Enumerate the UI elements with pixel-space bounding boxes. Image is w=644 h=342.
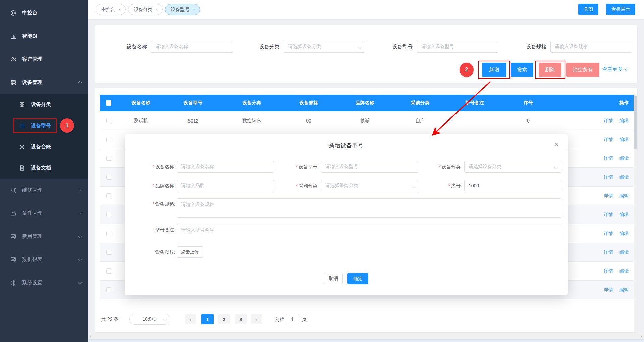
select-all-checkbox[interactable] (106, 100, 111, 106)
page-button-3[interactable]: 3 (235, 314, 247, 324)
device-name-input[interactable]: 请输入设备名称 (151, 41, 233, 53)
sidebar-item-10[interactable]: 费用管理 (0, 225, 88, 248)
detail-link[interactable]: 详情 (604, 118, 613, 124)
detail-link[interactable]: 详情 (604, 193, 613, 199)
sidebar-item-2[interactable]: 客户管理 (0, 48, 88, 71)
detail-link[interactable]: 详情 (604, 268, 613, 274)
edit-link[interactable]: 编辑 (619, 155, 629, 161)
sidebar-item-6[interactable]: 设备台账 (0, 136, 88, 157)
confirm-button[interactable]: 确定 (347, 273, 368, 284)
sidebar-item-label: 客户管理 (22, 56, 42, 62)
row-checkbox[interactable] (106, 287, 111, 292)
edit-link[interactable]: 编辑 (619, 174, 629, 180)
row-checkbox-cell (100, 149, 117, 167)
next-page-button[interactable]: › (251, 314, 262, 324)
detail-link[interactable]: 详情 (604, 249, 613, 255)
delete-button[interactable]: 删除 (539, 63, 561, 77)
device-model-input[interactable]: 请输入设备型号 (417, 41, 498, 53)
row-checkbox[interactable] (106, 118, 111, 123)
add-button[interactable]: 新增 (482, 63, 506, 77)
detail-link[interactable]: 详情 (604, 287, 613, 293)
row-checkbox[interactable] (106, 268, 111, 274)
dialog-purchase-category-select[interactable]: 请选择采购分类 (321, 180, 418, 191)
sidebar-item-3[interactable]: 设备管理 (0, 71, 88, 94)
device-category-select[interactable]: 请选择设备分类 (284, 41, 365, 53)
detail-link[interactable]: 详情 (604, 212, 613, 218)
detail-link[interactable]: 详情 (604, 155, 613, 161)
label-brand: *品牌名称: (128, 180, 175, 191)
sidebar-item-12[interactable]: 系统设置 (0, 271, 88, 294)
edit-link[interactable]: 编辑 (619, 118, 629, 124)
chevron-down-icon (411, 184, 415, 188)
tab-console[interactable]: 中控台 × (96, 4, 126, 15)
dialog-device-name-input[interactable]: 请输入设备名称 (177, 161, 274, 173)
dialog-spec-textarea[interactable]: 请输入设备规格 (177, 198, 561, 218)
sidebar-item-9[interactable]: 备件管理 (0, 202, 88, 225)
tab-device-model[interactable]: 设备型号 × (165, 4, 200, 15)
chevron-down-icon (78, 280, 82, 284)
horizontal-scrollbar[interactable]: ‹ › (88, 333, 644, 339)
filter-label-device-name: 设备名称 (113, 42, 147, 51)
sidebar-item-11[interactable]: 数据报表 (0, 248, 88, 271)
goto-page-input[interactable]: 1 (286, 314, 299, 324)
row-checkbox[interactable] (106, 175, 111, 180)
edit-link[interactable]: 编辑 (619, 137, 629, 143)
tab-device-category[interactable]: 设备分类 × (128, 4, 163, 15)
edit-link[interactable]: 编辑 (619, 212, 629, 218)
row-checkbox[interactable] (106, 231, 111, 236)
scroll-left-icon[interactable]: ‹ (90, 333, 91, 338)
dialog-device-category-select[interactable]: 请选择设备分类 (464, 161, 561, 173)
close-button[interactable]: 关闭 (578, 4, 598, 15)
dialog-serial-input[interactable]: 1000 (464, 180, 561, 191)
close-tab-icon[interactable]: × (118, 7, 121, 12)
vertical-scrollbar[interactable] (634, 95, 637, 332)
edit-link[interactable]: 编辑 (619, 287, 629, 293)
detail-link[interactable]: 详情 (604, 231, 613, 237)
row-checkbox[interactable] (106, 212, 111, 217)
sidebar-item-7[interactable]: 设备文档 (0, 157, 88, 179)
edit-link[interactable]: 编辑 (619, 231, 629, 237)
search-button[interactable]: 搜索 (511, 63, 533, 77)
sidebar-item-1[interactable]: 智能BI (0, 25, 88, 48)
detail-link[interactable]: 详情 (604, 174, 613, 180)
row-checkbox[interactable] (106, 250, 111, 255)
close-tab-icon[interactable]: × (156, 7, 158, 12)
edit-link[interactable]: 编辑 (619, 268, 629, 274)
chevron-down-icon (624, 67, 628, 70)
dialog-remark-textarea[interactable]: 请输入型号备注 (177, 224, 561, 243)
pagination: 共 23 条 10条/页 ‹ 1 2 3 › 前往 1 页 (100, 314, 634, 325)
row-checkbox[interactable] (106, 156, 111, 161)
page-button-1[interactable]: 1 (201, 314, 214, 324)
tab-label: 设备型号 (171, 7, 190, 13)
board-display-button[interactable]: 看板展示 (606, 4, 635, 15)
edit-link[interactable]: 编辑 (619, 193, 629, 199)
tabs: 中控台 × 设备分类 × 设备型号 × (96, 4, 200, 15)
dialog-brand-input[interactable]: 请输入品牌 (177, 180, 274, 191)
chevron-down-icon (554, 165, 558, 169)
view-more-link[interactable]: 查看更多 (602, 66, 628, 72)
table-cell: 测试机 (117, 111, 164, 130)
row-checkbox[interactable] (106, 193, 111, 198)
close-tab-icon[interactable]: × (193, 7, 195, 12)
sidebar-item-8[interactable]: 维修管理 (0, 179, 88, 202)
edit-link[interactable]: 编辑 (619, 249, 629, 255)
cancel-button[interactable]: 取消 (324, 273, 343, 284)
device-spec-input[interactable]: 请输入设备规格 (550, 41, 632, 53)
prev-page-button[interactable]: ‹ (185, 314, 196, 324)
dialog-device-model-input[interactable]: 请输入设备型号 (321, 161, 418, 173)
scroll-right-icon[interactable]: › (641, 333, 642, 338)
row-checkbox[interactable] (106, 137, 111, 142)
upload-button[interactable]: 点击上传 (177, 246, 203, 258)
page-size-select[interactable]: 10条/页 (129, 314, 170, 325)
grid-icon (19, 101, 25, 108)
clear-all-button[interactable]: 清空所有 (566, 63, 599, 77)
vertical-scrollbar-thumb[interactable] (634, 96, 637, 149)
detail-link[interactable]: 详情 (604, 137, 613, 143)
sidebar-item-4[interactable]: 设备分类 (0, 94, 88, 115)
dialog-close-icon[interactable]: ✕ (554, 141, 559, 148)
sidebar-item-5[interactable]: 设备型号 (0, 115, 88, 136)
report-board-icon (10, 256, 17, 263)
sidebar-item-0[interactable]: 中控台 (0, 1, 88, 25)
table-cell: 数控铣床 (221, 111, 282, 130)
page-button-2[interactable]: 2 (218, 314, 230, 324)
